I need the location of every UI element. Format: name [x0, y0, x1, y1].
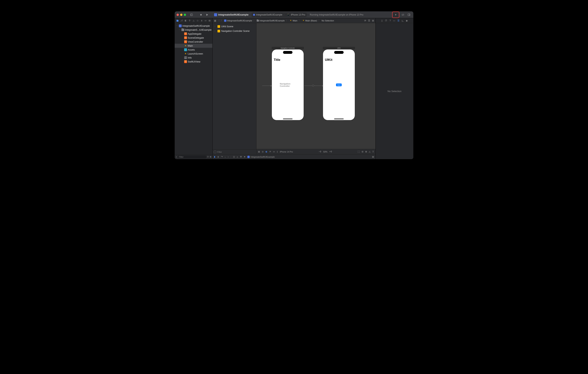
breakpoint-navigator-tab[interactable]: ▭: [204, 19, 207, 22]
run-button[interactable]: [205, 13, 210, 17]
zoom-level[interactable]: 50%: [323, 151, 327, 153]
folder-icon: [181, 29, 184, 31]
recent-filter-button[interactable]: ⏱: [207, 156, 209, 158]
device-type-button[interactable]: ▭: [273, 150, 275, 153]
navigator-filter-bar: + ⏱ ⊞: [175, 154, 212, 159]
scene-titlebar[interactable]: UIKit: [323, 47, 355, 49]
tree-file-main[interactable]: Main: [175, 44, 212, 48]
report-navigator-tab[interactable]: ▤: [208, 19, 211, 22]
fit-button[interactable]: ⛶: [358, 151, 360, 153]
outline-scene-uikit[interactable]: 〉UIKit Scene: [212, 24, 256, 29]
scene-icon: [218, 25, 220, 28]
file-inspector-tab[interactable]: ▯: [381, 19, 383, 22]
scene-navigation-controller[interactable]: Navigation Controller Title Navigation C…: [272, 47, 304, 120]
toggle-breakpoints-button[interactable]: ▮: [214, 156, 215, 158]
nav-back-button[interactable]: 〈: [217, 19, 220, 22]
refresh-button[interactable]: ⟳: [364, 19, 366, 22]
crumb-project[interactable]: IntegreateSwiftUIExample: [224, 20, 252, 22]
code-review-button[interactable]: [400, 13, 405, 17]
library-button[interactable]: +: [393, 12, 398, 17]
toggle-debug-area-button[interactable]: ▥: [372, 156, 374, 158]
tree-file-viewcontroller[interactable]: ViewController: [175, 40, 212, 44]
debug-view-button[interactable]: ◫: [233, 156, 235, 158]
toggle-outline-button[interactable]: ▥: [258, 150, 260, 153]
appearance-button[interactable]: ◐: [266, 150, 267, 153]
attributes-inspector-tab[interactable]: ☰: [398, 19, 399, 22]
history-inspector-tab[interactable]: ⏱: [385, 19, 387, 22]
scm-filter-button[interactable]: ⊞: [210, 156, 211, 158]
find-navigator-tab[interactable]: ⚲: [188, 19, 191, 22]
crumb-selection[interactable]: No Selection: [322, 20, 334, 22]
embed-button[interactable]: ↧: [372, 150, 374, 153]
toggle-navigator-button[interactable]: [189, 13, 194, 17]
pin-button[interactable]: ⊞: [365, 150, 367, 153]
add-file-button[interactable]: +: [176, 156, 177, 158]
orientation-button[interactable]: ⟳: [269, 150, 271, 153]
scene-titlebar[interactable]: Navigation Controller: [272, 47, 304, 49]
debug-process[interactable]: IntegreateSwiftUIExample: [247, 156, 275, 158]
step-out-button[interactable]: ↑: [228, 156, 229, 158]
symbol-navigator-tab[interactable]: ◧: [184, 19, 187, 22]
step-over-button[interactable]: ↷: [221, 156, 223, 158]
filter-icon: [214, 151, 216, 153]
tree-label: LaunchScreen: [188, 53, 203, 55]
issue-navigator-tab[interactable]: △: [192, 19, 195, 22]
identity-inspector-tab[interactable]: ▭: [393, 19, 395, 22]
connections-inspector-tab[interactable]: ◉: [406, 19, 408, 22]
outline-filter-input[interactable]: [217, 151, 255, 153]
navigator-filter-input[interactable]: [178, 155, 206, 158]
source-control-navigator-tab[interactable]: ⎇: [180, 19, 183, 22]
size-inspector-tab[interactable]: ◺: [402, 19, 403, 22]
device-icon[interactable]: ▯: [277, 150, 278, 153]
debug-location-button[interactable]: ➤: [244, 156, 245, 158]
crumb-group[interactable]: IntegreateSwiftUIExample: [257, 20, 285, 22]
nav-forward-button[interactable]: 〉: [221, 19, 223, 22]
scene-uikit[interactable]: UIKit UIKit Next: [323, 47, 355, 120]
tree-project-root[interactable]: ﹀IntegreateSwiftUIExample: [175, 24, 212, 28]
assistant-button[interactable]: ◎: [262, 150, 264, 153]
outline-scene-nav[interactable]: 〉Navigation Controller Scene: [212, 29, 256, 33]
related-items-button[interactable]: ▦: [214, 19, 216, 22]
zoom-window-button[interactable]: [184, 14, 186, 16]
help-inspector-tab[interactable]: ?: [389, 19, 391, 22]
stop-button[interactable]: [199, 13, 203, 17]
tree-file-launchscreen[interactable]: LaunchScreen: [175, 52, 212, 56]
project-tree[interactable]: ﹀IntegreateSwiftUIExample ﹀IntegreateS..…: [175, 23, 212, 154]
zoom-out-button[interactable]: −⚲: [319, 150, 321, 153]
tree-file-scenedelegate[interactable]: SceneDelegate: [175, 36, 212, 40]
resolve-button[interactable]: △: [369, 150, 370, 153]
zoom-in-button[interactable]: +⚲: [329, 150, 332, 153]
step-into-button[interactable]: ↓: [225, 156, 226, 158]
tree-group[interactable]: ﹀IntegreateS...tUIExample: [175, 28, 212, 32]
crumb-file[interactable]: Main: [289, 19, 297, 22]
close-window-button[interactable]: [177, 14, 179, 16]
project-navigator-tab[interactable]: [176, 19, 179, 22]
interface-builder-canvas[interactable]: Navigation Controller Title Navigation C…: [256, 23, 376, 154]
tree-file-info[interactable]: Info: [175, 56, 212, 60]
debug-memory-button[interactable]: ⎌: [237, 156, 238, 158]
debug-bar: ▮ ⏸ ↷ ↓ ↑ | ◫ ⎌ ⚙ ➤ IntegreateSwiftUIExa…: [212, 154, 376, 159]
toggle-inspector-button[interactable]: [407, 13, 411, 17]
tree-file-assets[interactable]: Assets: [175, 48, 212, 52]
pause-button[interactable]: ⏸: [217, 156, 219, 158]
svg-rect-2: [200, 14, 202, 15]
next-button[interactable]: Next: [336, 83, 342, 86]
debug-navigator-tab[interactable]: ⏸: [200, 19, 203, 22]
tree-file-swiftuiview[interactable]: SwiftUIView: [175, 60, 212, 64]
adjust-editor-button[interactable]: ☰: [368, 19, 370, 22]
canvas-toolbar: ▥ ◎ ◐ ⟳ ▭ ▯ iPhone 14 Pro −⚲ 50% +⚲ ⛶ ⊟: [256, 149, 376, 154]
test-navigator-tab[interactable]: ◇: [196, 19, 199, 22]
inspector-empty-label: No Selection: [388, 90, 402, 93]
nav-bar-title[interactable]: Title: [274, 58, 280, 62]
crumb-file-base[interactable]: Main (Base): [302, 19, 317, 22]
tree-file-appdelegate[interactable]: AppDelegate: [175, 32, 212, 36]
device-selector[interactable]: iPhone 14 Pro: [280, 151, 293, 153]
scheme-selector[interactable]: IntegreateSwiftUIExample 〉 📱 iPhone 13 P…: [252, 12, 307, 17]
debug-env-button[interactable]: ⚙: [240, 156, 242, 158]
add-editor-button[interactable]: ⊞: [372, 19, 374, 22]
nav-bar-title[interactable]: UIKit: [325, 58, 332, 62]
outline-tree[interactable]: 〉UIKit Scene 〉Navigation Controller Scen…: [212, 23, 256, 149]
home-indicator: [334, 119, 344, 119]
align-button[interactable]: ⊟: [362, 150, 363, 153]
minimize-window-button[interactable]: [180, 14, 182, 16]
